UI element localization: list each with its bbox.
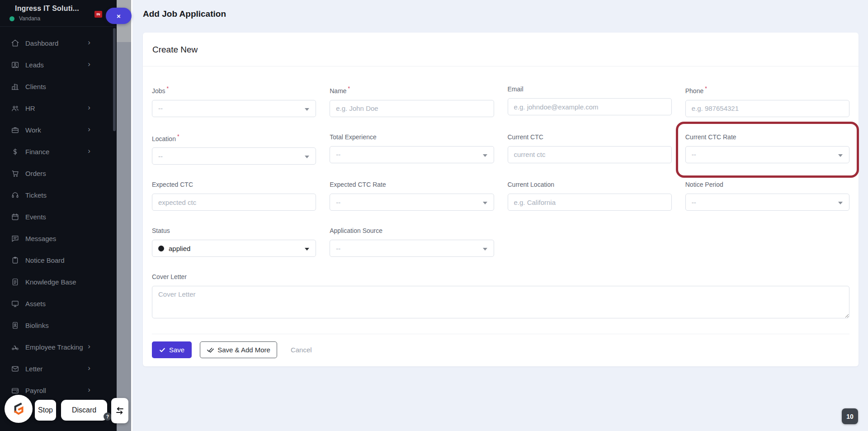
current-location-input[interactable] — [508, 194, 672, 211]
sidebar-item-events[interactable]: Events — [0, 206, 117, 227]
sidebar-item-employee-tracking[interactable]: Employee Tracking › — [0, 336, 117, 358]
field-cover-letter: Cover Letter — [152, 273, 849, 320]
sidebar-item-finance[interactable]: Finance › — [0, 141, 117, 162]
current-ctc-rate-select-value: -- — [692, 151, 696, 158]
main-content: Add Job Application Create New Jobs* -- — [131, 0, 868, 431]
sidebar-item-letter[interactable]: Letter › — [0, 358, 117, 379]
application-source-select[interactable]: -- — [330, 240, 494, 257]
chevron-down-icon — [305, 248, 309, 251]
field-current-ctc: Current CTC — [508, 133, 672, 165]
stop-button[interactable]: Stop — [35, 400, 56, 421]
sidebar-nav: Dashboard › Leads › Clients HR › Work — [0, 27, 117, 401]
chevron-right-icon: › — [88, 38, 90, 46]
envelope-icon — [10, 364, 19, 373]
field-name: Name* — [330, 85, 494, 117]
sidebar-item-biolinks[interactable]: Biolinks — [0, 314, 117, 336]
sidebar-item-dashboard[interactable]: Dashboard › — [0, 32, 117, 54]
required-asterisk: * — [167, 85, 169, 92]
email-label: Email — [508, 85, 524, 93]
required-asterisk: * — [177, 133, 179, 140]
sidebar-item-clients[interactable]: Clients — [0, 76, 117, 97]
save-and-add-more-button[interactable]: Save & Add More — [200, 341, 277, 358]
field-total-experience: Total Experience -- — [330, 133, 494, 165]
sidebar-item-leads[interactable]: Leads › — [0, 54, 117, 76]
chat-icon — [10, 234, 19, 243]
window-scrollbar-track[interactable] — [117, 0, 131, 431]
home-icon — [10, 38, 19, 47]
contact-card-icon — [10, 60, 19, 69]
swap-arrows-icon — [114, 406, 125, 416]
sidebar-item-messages[interactable]: Messages — [0, 227, 117, 249]
sidebar-item-label: Finance — [25, 148, 49, 156]
sidebar-item-label: Notice Board — [25, 256, 65, 264]
monitor-icon — [10, 299, 19, 308]
current-ctc-input[interactable] — [508, 146, 672, 163]
chevron-right-icon: › — [88, 342, 90, 350]
current-ctc-rate-select[interactable]: -- — [685, 146, 849, 163]
sidebar-item-assets[interactable]: Assets — [0, 293, 117, 314]
page-title: Add Job Application — [143, 9, 226, 19]
sidebar-item-label: HR — [25, 104, 35, 112]
total-experience-select[interactable]: -- — [330, 146, 494, 163]
notice-period-select[interactable]: -- — [685, 194, 849, 211]
name-label: Name — [330, 87, 346, 95]
app-window: Ingress IT Soluti... Vandana IN Dashboar… — [0, 0, 868, 431]
name-input[interactable] — [330, 100, 494, 117]
create-new-card: Create New Jobs* -- Name* — [143, 33, 859, 366]
sidebar-item-label: Orders — [25, 170, 46, 177]
expected-ctc-rate-select[interactable]: -- — [330, 194, 494, 211]
agent-logo-button[interactable] — [5, 395, 33, 423]
calendar-icon — [10, 212, 19, 221]
sidebar-item-label: Knowledge Base — [25, 278, 76, 286]
expected-ctc-label: Expected CTC — [152, 181, 193, 188]
expected-ctc-rate-label: Expected CTC Rate — [330, 181, 386, 188]
sidebar-item-tickets[interactable]: Tickets — [0, 184, 117, 206]
chevron-down-icon — [483, 248, 487, 251]
help-icon[interactable]: ? — [104, 412, 112, 421]
location-select[interactable]: -- — [152, 147, 316, 165]
chevron-down-icon — [483, 154, 487, 157]
phone-label: Phone — [685, 87, 703, 95]
save-button[interactable]: Save — [152, 341, 192, 358]
sidebar-item-label: Payroll — [25, 387, 46, 394]
sidebar-item-label: Events — [25, 213, 46, 221]
sidebar-item-label: Assets — [25, 300, 46, 308]
sidebar-item-notice-board[interactable]: Notice Board — [0, 249, 117, 271]
chevron-right-icon: › — [88, 364, 90, 372]
jobs-select[interactable]: -- — [152, 100, 316, 117]
sidebar-item-label: Biolinks — [25, 322, 49, 329]
field-email: Email — [508, 85, 672, 117]
close-sidebar-button[interactable]: × — [106, 8, 132, 24]
sidebar-item-knowledge-base[interactable]: Knowledge Base — [0, 271, 117, 293]
scooter-icon — [10, 342, 19, 351]
cancel-button[interactable]: Cancel — [291, 346, 312, 354]
sidebar-item-orders[interactable]: Orders — [0, 162, 117, 184]
expected-ctc-rate-select-value: -- — [336, 199, 340, 206]
field-expected-ctc-rate: Expected CTC Rate -- — [330, 181, 494, 211]
sidebar-item-hr[interactable]: HR › — [0, 97, 117, 119]
location-select-value: -- — [158, 152, 163, 160]
sidebar-item-label: Letter — [25, 365, 42, 373]
chevron-down-icon — [483, 202, 487, 204]
sidebar-item-work[interactable]: Work › — [0, 119, 117, 141]
cover-letter-textarea[interactable] — [152, 286, 849, 318]
status-select[interactable]: applied — [152, 240, 316, 257]
sidebar-item-label: Employee Tracking — [25, 343, 83, 351]
job-application-form: Jobs* -- Name* Email — [143, 66, 859, 366]
swap-panels-button[interactable] — [111, 398, 128, 423]
phone-input[interactable] — [685, 100, 849, 117]
headset-icon — [10, 190, 19, 199]
sidebar: Ingress IT Soluti... Vandana IN Dashboar… — [0, 0, 117, 431]
discard-button[interactable]: Discard — [61, 400, 107, 421]
required-asterisk: * — [705, 85, 707, 92]
field-phone: Phone* — [685, 85, 849, 117]
dollar-icon — [10, 147, 19, 156]
chevron-right-icon: › — [88, 104, 90, 111]
email-input[interactable] — [508, 98, 672, 115]
wallet-icon — [10, 386, 19, 395]
sidebar-item-label: Work — [25, 126, 41, 134]
workspace-header[interactable]: Ingress IT Soluti... Vandana IN — [0, 0, 117, 27]
expected-ctc-input[interactable] — [152, 194, 316, 211]
sidebar-scrollbar-thumb[interactable] — [113, 28, 116, 131]
field-location: Location* -- — [152, 133, 316, 165]
